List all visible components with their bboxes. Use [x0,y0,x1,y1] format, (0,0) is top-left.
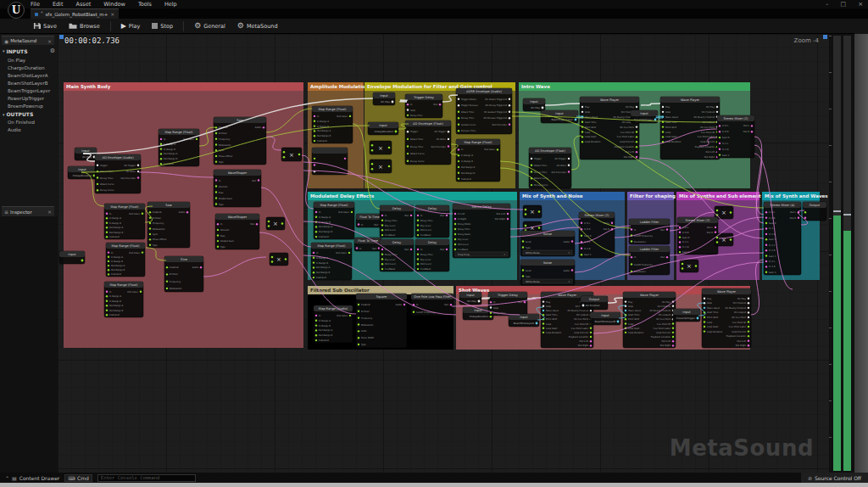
svg-text:Stop: Stop [707,302,712,305]
node-waveshaper[interactable]: WaveShaperInOutAmountBiasOutput GainType [215,214,259,249]
close-button[interactable]: × [858,0,863,8]
node-input[interactable]: InputOn Play [523,98,545,111]
node-multiply[interactable]: × [266,217,285,230]
node-waveshaper[interactable]: WaveShaperInOutAmountBiasOutput GainType [214,170,261,207]
node-input[interactable]: InputBeamShotLayerB [590,312,620,325]
node-delay[interactable]: DelayInOutDelay TimeDry LevelWet LevelFe… [380,205,414,238]
svg-text:Trigger: Trigger [534,158,542,160]
node-multiply[interactable]: × [281,148,302,161]
input-item-beamshotlayera[interactable]: BeamShotLayerA [0,71,58,79]
node-multiply[interactable]: × [370,141,392,154]
input-item-chargeduration[interactable]: ChargeDuration [0,64,58,71]
node-ad-envelope-audio-[interactable]: AD Envelope (Audio)TriggerOn TriggerAtta… [95,154,141,193]
browse-button[interactable]: Browse [64,20,104,31]
node-map-range-float-[interactable]: Map Range (Float)InOut ValueIn Range AIn… [314,202,354,239]
menu-edit[interactable]: Edit [53,1,64,8]
node-wave-player[interactable]: Wave PlayerPlayOn PlayStopOn FinishedWav… [580,97,639,160]
graph-canvas[interactable]: Main Synth BodyAmplitude ModulationEnvel… [58,34,829,473]
output-item-on-finished[interactable]: On Finished [0,118,58,126]
node-map-range-float-[interactable]: Map Range (Float)InOut ValueIn Range AIn… [104,282,143,317]
node-ladder-filter[interactable]: Ladder FilterInOutCutoff FrequencyResona… [629,246,670,275]
node-stereo-mixer-2-[interactable]: Stereo Mixer (2)In 0 LOut LIn 0 ROut RGa… [717,115,754,158]
node-sine[interactable]: SineEnabledAudioBi PolarFrequencyModulat… [164,256,203,292]
node-multiply[interactable]: × [270,253,288,266]
panel-close-icon[interactable]: × [47,209,52,215]
stop-button[interactable]: Stop [147,21,177,31]
node-float-to-time[interactable]: Float To TimeInOut [354,238,381,251]
node-adsr-envelope-audio-[interactable]: ADSR Envelope (Audio)Trigger AttackOn At… [456,88,512,134]
node-input[interactable]: InputOn Play [459,292,481,305]
node-map-range-float-[interactable]: Map Range (Float)InOut ValueIn Range AIn… [159,129,199,166]
menu-file[interactable]: File [31,1,40,8]
console-command-input[interactable] [97,474,196,482]
play-button[interactable]: ▶ Play [117,21,145,31]
node-delay[interactable]: DelayInOutDelay TimeDry LevelWet LevelFe… [415,205,449,238]
node-input[interactable]: InputChargeDuration [368,122,398,135]
node-input[interactable]: InputPowerUpTrigger [673,309,700,322]
menu-asset[interactable]: Asset [75,1,91,8]
save-button[interactable]: Save [29,20,61,31]
node-map-range-audio-[interactable]: Map Range (Audio)InOut ValueIn Range AIn… [314,305,353,343]
menu-help[interactable]: Help [164,1,177,8]
node-stereo-delay[interactable]: Stereo DelayIn LeftOut LeftIn RightOut R… [453,204,510,258]
content-drawer-button[interactable]: ⌃ ▤ Content Drawer [5,475,59,481]
source-control-button[interactable]: ⊘ Source Control Off [801,473,868,483]
cmd-button[interactable]: ⌨ Cmd [64,474,92,482]
node-output[interactable]: OutputOn Finished [581,296,608,310]
gear-icon[interactable]: ⚙ [50,48,55,54]
input-item-breampowerup[interactable]: BreamPowerup [0,102,58,109]
maximize-button[interactable]: □ [841,0,847,8]
general-settings-button[interactable]: ⚙ General [190,20,230,31]
node-multiply[interactable]: × [715,233,733,246]
input-item-poweruptrigger[interactable]: PowerUpTrigger [0,94,58,102]
node-wave-player[interactable]: Wave PlayerPlayOn PlayStopOn FinishedWav… [660,97,720,160]
svg-text:Type: Type [526,247,531,249]
node-saw[interactable]: SawEnabledAudioBi PolarFrequencyModulati… [214,117,266,165]
inspector-panel-tab[interactable]: ≡ Inspector × [2,206,54,216]
node-multiply[interactable]: × [715,206,733,219]
node-saw[interactable]: SawEnabledAudioBi PolarFrequencyModulati… [147,202,190,248]
node-ad-envelope-float-[interactable]: AD Envelope (Float)TriggerOn TriggerAtta… [405,120,451,165]
node-output[interactable]: Output [803,202,826,221]
metasound-settings-button[interactable]: ⚙ MetaSound [233,20,282,31]
node-square[interactable]: SquareEnabledAudioBi PolarFrequencyModul… [356,294,407,348]
inputs-section-header[interactable]: ▾ INPUTS ⚙ [0,46,58,55]
input-item-beamshotlayerb[interactable]: BeamShotLayerB [0,79,58,87]
node-map-range-float-[interactable]: Map Range (Float)InOut ValueIn Range AIn… [104,204,145,239]
output-item-audio[interactable]: Audio [0,126,58,133]
node-noise[interactable]: NoiseSeedAudioTypeWhite Noise▾ [520,260,575,285]
node-stereo-mixer-4-[interactable]: Stereo Mixer (4)In 0 LOut LIn 0 ROut RGa… [764,202,801,275]
node-ad-envelope-float-[interactable]: AD Envelope (Float)TriggerOn TriggerAtta… [529,148,571,188]
outputs-section-header[interactable]: ▾ OUTPUTS [0,109,58,118]
node-input[interactable]: Input [59,251,85,264]
node-noise[interactable]: NoiseSeedAudioTypeWhite Noise▾ [520,231,575,256]
node-multiply[interactable]: × [370,160,392,173]
node-multiply[interactable]: × [523,205,542,218]
node-delay[interactable]: DelayInOutDelay TimeDry LevelWet LevelFe… [380,239,414,271]
node-wave-player[interactable]: Wave PlayerPlayOn PlayStopOn FinishedWav… [623,292,676,348]
node-delay[interactable]: DelayInOutDelay TimeDry LevelWet LevelFe… [415,239,449,271]
node-map-range-float-[interactable]: Map Range (Float)InOut ValueIn Range AIn… [312,106,353,143]
asset-tab-close-icon[interactable]: × [110,11,114,17]
node-trigger-delay[interactable]: Trigger DelayInOutStopDelay Time [405,94,442,118]
unreal-logo-icon[interactable]: U [8,2,25,19]
asset-tab[interactable]: * sfx_Golem_RobotBlast_m+ × [31,8,119,19]
node-float-to-time[interactable]: Float To TimeInOut [356,214,383,227]
svg-text:Modulation: Modulation [219,144,231,147]
node-input[interactable]: InputOn Play [373,92,395,105]
minimize-button[interactable]: – [826,0,829,8]
input-item-beamtriggerlayer[interactable]: BeamTriggerLayer [0,87,58,94]
node-wave-player[interactable]: Wave PlayerPlayOn PlayStopOn FinishedWav… [702,288,751,348]
node-input[interactable]: InputBeamShotLayerA [509,314,539,327]
node-map-range-float-[interactable]: Map Range (Float)InOut ValueIn Range AIn… [456,139,500,182]
menu-window[interactable]: Window [103,1,125,8]
node-ladder-filter[interactable]: Ladder FilterInOutCutoff FrequencyResona… [629,219,670,244]
panel-close-icon[interactable]: × [47,38,52,44]
node-map-range-float-[interactable]: Map Range (Float)InOut ValueIn Range AIn… [106,243,145,277]
input-item-on-play[interactable]: On Play [0,56,58,64]
menu-tools[interactable]: Tools [138,1,152,8]
node-map-range-float-[interactable]: Map Range (Float)InOut ValueIn Range AIn… [311,243,352,280]
metasound-panel-tab[interactable]: ◉ MetaSound × [2,36,54,45]
node-multiply[interactable]: × [680,260,698,272]
node-input[interactable]: InputChargeDuration [68,166,97,179]
